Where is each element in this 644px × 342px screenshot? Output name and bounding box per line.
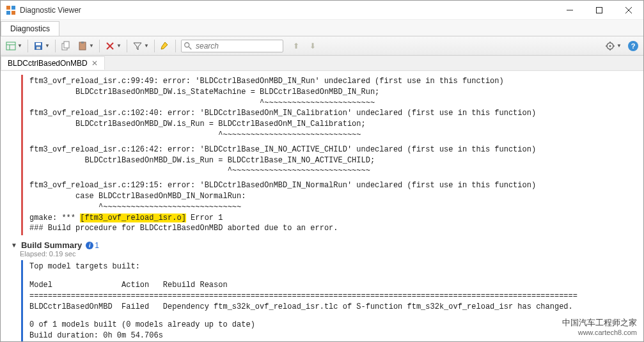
- log-gap: [29, 312, 636, 320]
- titlebar: Diagnostic Viewer: [1, 1, 643, 20]
- build-log: ftm3_ovf_reload_isr.c:99:49: error: 'BLD…: [21, 75, 636, 235]
- svg-rect-15: [64, 42, 69, 48]
- gmake-hl: [ftm3_ovf_reload_isr.o]: [80, 214, 186, 222]
- svg-rect-1: [12, 6, 15, 10]
- summary-built: 0 of 1 models built (0 models already up…: [29, 320, 636, 330]
- tabbar: Diagnostics: [1, 20, 643, 36]
- svg-rect-3: [12, 11, 15, 15]
- summary-block: Top model targets built: Model Action Re…: [21, 260, 636, 341]
- info-icon: i: [86, 242, 93, 249]
- log-line: BLDCctrlBasedOnMBD_DW.is_Run = BLDCctrlB…: [29, 119, 636, 130]
- paste-button[interactable]: ▼: [75, 38, 97, 54]
- search-next[interactable]: ⬇: [305, 38, 320, 54]
- file-tab[interactable]: BLDCctrlBasedOnMBD ✕: [1, 56, 105, 70]
- settings-button[interactable]: ▼: [602, 38, 624, 54]
- log-gmake: gmake: *** [ftm3_ovf_reload_isr.o] Error…: [29, 213, 636, 224]
- build-summary-header[interactable]: ▼ Build Summary i1: [11, 240, 636, 250]
- save-button[interactable]: ▼: [31, 38, 52, 54]
- summary-sep: ========================================…: [29, 291, 636, 302]
- log-line: BLDCctrlBasedOnMBD_DW.is_Run = BLDCctrlB…: [29, 155, 636, 166]
- maximize-button[interactable]: [585, 1, 614, 20]
- summary-row: BLDCctrlBasedOnMBD Failed Dependency ftm…: [29, 302, 636, 313]
- log-gap: [29, 272, 636, 280]
- log-line: ftm3_ovf_reload_isr.c:126:42: error: 'BL…: [29, 144, 636, 155]
- highlight-button[interactable]: [157, 38, 173, 54]
- svg-rect-2: [6, 11, 10, 15]
- log-line: ftm3_ovf_reload_isr.c:99:49: error: 'BLD…: [29, 76, 636, 87]
- log-tilde: ^~~~~~~~~~~~~~~~~~~~~~~~~~~~~~~: [29, 166, 636, 176]
- svg-line-21: [189, 46, 191, 49]
- svg-rect-17: [81, 42, 84, 43]
- delete-button[interactable]: ▼: [102, 38, 124, 54]
- svg-point-23: [609, 45, 611, 47]
- close-icon[interactable]: ✕: [91, 59, 98, 68]
- log-tilde: ^~~~~~~~~~~~~~~~~~~~~~~~~: [29, 98, 636, 109]
- svg-rect-0: [6, 6, 10, 10]
- log-line: ftm3_ovf_reload_isr.c:129:15: error: 'BL…: [29, 180, 636, 191]
- log-line: BLDCctrlBasedOnMBD_DW.is_StateMachine = …: [29, 87, 636, 98]
- content-area: ftm3_ovf_reload_isr.c:99:49: error: 'BLD…: [1, 71, 643, 341]
- chevron-down-icon[interactable]: ▼: [11, 242, 17, 249]
- summary-line: Top model targets built:: [29, 261, 636, 272]
- log-line: ftm3_ovf_reload_isr.c:102:40: error: 'BL…: [29, 108, 636, 119]
- log-line: case BLDCctrlBasedOnMBD_IN_NormalRun:: [29, 191, 636, 202]
- summary-dur: Build duration: 0h 0m 54.706s: [29, 330, 636, 341]
- svg-rect-12: [36, 43, 41, 45]
- file-tab-label: BLDCctrlBasedOnMBD: [8, 59, 88, 68]
- log-tilde: ^~~~~~~~~~~~~~~~~~~~~~~~~~~~~~~: [29, 130, 636, 141]
- filter-button[interactable]: ▼: [130, 38, 152, 54]
- svg-rect-13: [36, 47, 40, 49]
- toolbar: ▼ ▼ ▼ ▼ ▼ ⬆ ⬇ ▼ ?: [1, 36, 643, 56]
- close-button[interactable]: [614, 1, 643, 20]
- copy-button[interactable]: [58, 38, 74, 54]
- svg-point-20: [185, 42, 189, 47]
- log-tilde: ^~~~~~~~~~~~~~~~~~~~~~~~~~~~~~~: [29, 202, 636, 213]
- layout-button[interactable]: ▼: [3, 38, 25, 54]
- window-title: Diagnostic Viewer: [20, 6, 555, 15]
- svg-rect-8: [6, 42, 15, 50]
- search-prev[interactable]: ⬆: [288, 38, 304, 54]
- app-icon: [6, 5, 16, 15]
- file-tabs: BLDCctrlBasedOnMBD ✕: [1, 56, 643, 71]
- info-badge: i1: [86, 241, 99, 250]
- tab-diagnostics[interactable]: Diagnostics: [1, 21, 59, 36]
- log-abort: ### Build procedure for BLDCctrlBasedOnM…: [29, 223, 636, 234]
- elapsed-label: Elapsed: 0.19 sec: [20, 250, 636, 258]
- summary-title: Build Summary: [21, 240, 82, 250]
- search-icon: [184, 42, 192, 52]
- help-button[interactable]: ?: [625, 38, 641, 54]
- search-input[interactable]: [181, 40, 283, 52]
- minimize-button[interactable]: [555, 1, 585, 20]
- svg-rect-5: [597, 7, 602, 13]
- summary-header-row: Model Action Rebuild Reason: [29, 280, 636, 291]
